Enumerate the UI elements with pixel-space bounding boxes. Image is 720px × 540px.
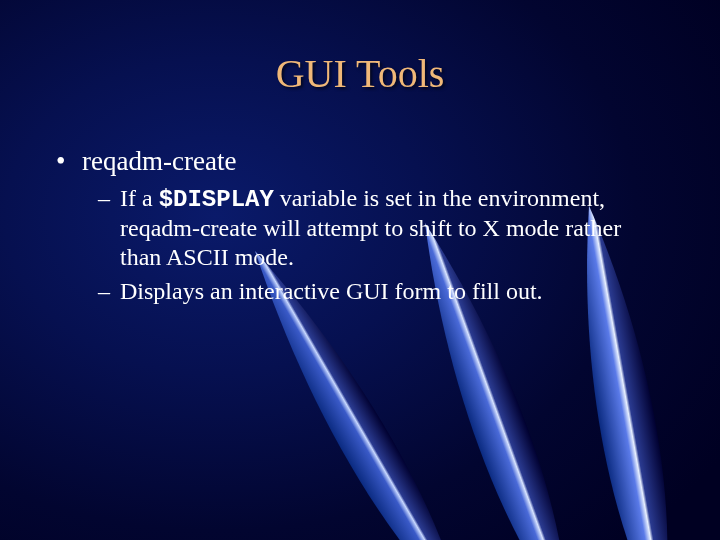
sub1-pre: If a [120, 185, 159, 211]
slide-title: GUI Tools [0, 50, 720, 97]
sub1-code: $DISPLAY [159, 186, 274, 213]
slide: GUI Tools reqadm-create If a $DISPLAY va… [0, 0, 720, 540]
bullet-level2-item: Displays an interactive GUI form to fill… [50, 277, 660, 306]
sub2-text: Displays an interactive GUI form to fill… [120, 278, 543, 304]
bullet-main-text: reqadm-create [82, 146, 236, 176]
bullet-level2-item: If a $DISPLAY variable is set in the env… [50, 184, 660, 273]
bullet-level1: reqadm-create [50, 145, 660, 178]
slide-body: reqadm-create If a $DISPLAY variable is … [50, 145, 660, 310]
